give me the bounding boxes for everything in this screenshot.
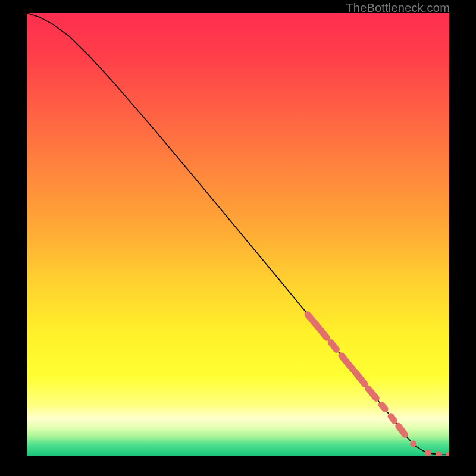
marker-segment <box>391 416 394 421</box>
marker-point <box>410 440 416 447</box>
chart-svg <box>27 13 449 456</box>
marker-segment <box>331 343 336 350</box>
chart-frame: TheBottleneck.com <box>0 0 476 476</box>
gradient-background <box>27 13 449 456</box>
chart-plot-area <box>27 13 449 456</box>
marker-segment <box>381 405 385 409</box>
